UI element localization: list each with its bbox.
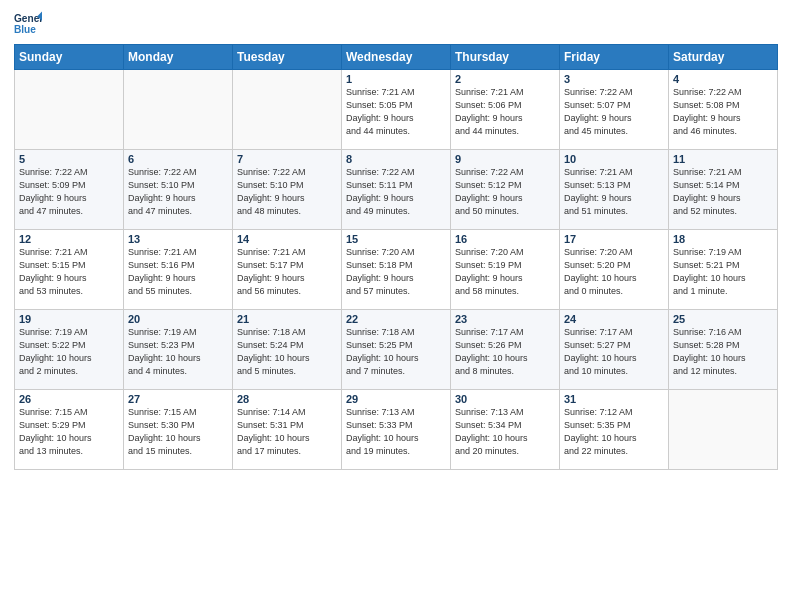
day-number: 28: [237, 393, 337, 405]
calendar-header: General Blue: [14, 10, 778, 38]
day-info: Sunrise: 7:22 AM Sunset: 5:11 PM Dayligh…: [346, 166, 446, 218]
day-info: Sunrise: 7:12 AM Sunset: 5:35 PM Dayligh…: [564, 406, 664, 458]
calendar-day-cell: 9Sunrise: 7:22 AM Sunset: 5:12 PM Daylig…: [451, 150, 560, 230]
day-info: Sunrise: 7:20 AM Sunset: 5:20 PM Dayligh…: [564, 246, 664, 298]
calendar-day-cell: 11Sunrise: 7:21 AM Sunset: 5:14 PM Dayli…: [669, 150, 778, 230]
day-info: Sunrise: 7:13 AM Sunset: 5:33 PM Dayligh…: [346, 406, 446, 458]
day-info: Sunrise: 7:20 AM Sunset: 5:18 PM Dayligh…: [346, 246, 446, 298]
day-info: Sunrise: 7:22 AM Sunset: 5:07 PM Dayligh…: [564, 86, 664, 138]
calendar-day-cell: 25Sunrise: 7:16 AM Sunset: 5:28 PM Dayli…: [669, 310, 778, 390]
empty-day-cell: [233, 70, 342, 150]
day-number: 20: [128, 313, 228, 325]
day-number: 24: [564, 313, 664, 325]
calendar-day-cell: 30Sunrise: 7:13 AM Sunset: 5:34 PM Dayli…: [451, 390, 560, 470]
logo: General Blue: [14, 10, 44, 38]
day-number: 7: [237, 153, 337, 165]
calendar-day-cell: 27Sunrise: 7:15 AM Sunset: 5:30 PM Dayli…: [124, 390, 233, 470]
day-info: Sunrise: 7:21 AM Sunset: 5:13 PM Dayligh…: [564, 166, 664, 218]
calendar-week-row: 19Sunrise: 7:19 AM Sunset: 5:22 PM Dayli…: [15, 310, 778, 390]
day-number: 4: [673, 73, 773, 85]
day-number: 14: [237, 233, 337, 245]
day-info: Sunrise: 7:15 AM Sunset: 5:30 PM Dayligh…: [128, 406, 228, 458]
calendar-day-cell: 7Sunrise: 7:22 AM Sunset: 5:10 PM Daylig…: [233, 150, 342, 230]
day-number: 9: [455, 153, 555, 165]
day-info: Sunrise: 7:21 AM Sunset: 5:16 PM Dayligh…: [128, 246, 228, 298]
calendar-day-cell: 23Sunrise: 7:17 AM Sunset: 5:26 PM Dayli…: [451, 310, 560, 390]
calendar-day-cell: 1Sunrise: 7:21 AM Sunset: 5:05 PM Daylig…: [342, 70, 451, 150]
weekday-header-sunday: Sunday: [15, 45, 124, 70]
day-number: 18: [673, 233, 773, 245]
day-number: 30: [455, 393, 555, 405]
day-info: Sunrise: 7:22 AM Sunset: 5:09 PM Dayligh…: [19, 166, 119, 218]
calendar-day-cell: 29Sunrise: 7:13 AM Sunset: 5:33 PM Dayli…: [342, 390, 451, 470]
day-info: Sunrise: 7:21 AM Sunset: 5:17 PM Dayligh…: [237, 246, 337, 298]
day-info: Sunrise: 7:17 AM Sunset: 5:26 PM Dayligh…: [455, 326, 555, 378]
day-info: Sunrise: 7:21 AM Sunset: 5:15 PM Dayligh…: [19, 246, 119, 298]
day-number: 10: [564, 153, 664, 165]
day-info: Sunrise: 7:18 AM Sunset: 5:24 PM Dayligh…: [237, 326, 337, 378]
day-number: 25: [673, 313, 773, 325]
weekday-header-row: SundayMondayTuesdayWednesdayThursdayFrid…: [15, 45, 778, 70]
calendar-day-cell: 24Sunrise: 7:17 AM Sunset: 5:27 PM Dayli…: [560, 310, 669, 390]
calendar-day-cell: 17Sunrise: 7:20 AM Sunset: 5:20 PM Dayli…: [560, 230, 669, 310]
calendar-day-cell: 26Sunrise: 7:15 AM Sunset: 5:29 PM Dayli…: [15, 390, 124, 470]
day-info: Sunrise: 7:19 AM Sunset: 5:22 PM Dayligh…: [19, 326, 119, 378]
day-number: 13: [128, 233, 228, 245]
calendar-day-cell: 28Sunrise: 7:14 AM Sunset: 5:31 PM Dayli…: [233, 390, 342, 470]
calendar-day-cell: 10Sunrise: 7:21 AM Sunset: 5:13 PM Dayli…: [560, 150, 669, 230]
day-info: Sunrise: 7:22 AM Sunset: 5:10 PM Dayligh…: [128, 166, 228, 218]
day-number: 12: [19, 233, 119, 245]
day-info: Sunrise: 7:21 AM Sunset: 5:14 PM Dayligh…: [673, 166, 773, 218]
day-number: 26: [19, 393, 119, 405]
calendar-day-cell: 6Sunrise: 7:22 AM Sunset: 5:10 PM Daylig…: [124, 150, 233, 230]
weekday-header-thursday: Thursday: [451, 45, 560, 70]
day-number: 21: [237, 313, 337, 325]
calendar-day-cell: 2Sunrise: 7:21 AM Sunset: 5:06 PM Daylig…: [451, 70, 560, 150]
calendar-week-row: 1Sunrise: 7:21 AM Sunset: 5:05 PM Daylig…: [15, 70, 778, 150]
day-info: Sunrise: 7:22 AM Sunset: 5:10 PM Dayligh…: [237, 166, 337, 218]
day-info: Sunrise: 7:16 AM Sunset: 5:28 PM Dayligh…: [673, 326, 773, 378]
svg-text:General: General: [14, 13, 42, 24]
calendar-day-cell: 15Sunrise: 7:20 AM Sunset: 5:18 PM Dayli…: [342, 230, 451, 310]
day-info: Sunrise: 7:17 AM Sunset: 5:27 PM Dayligh…: [564, 326, 664, 378]
day-info: Sunrise: 7:15 AM Sunset: 5:29 PM Dayligh…: [19, 406, 119, 458]
day-info: Sunrise: 7:19 AM Sunset: 5:21 PM Dayligh…: [673, 246, 773, 298]
calendar-week-row: 5Sunrise: 7:22 AM Sunset: 5:09 PM Daylig…: [15, 150, 778, 230]
calendar-day-cell: 19Sunrise: 7:19 AM Sunset: 5:22 PM Dayli…: [15, 310, 124, 390]
calendar-day-cell: 13Sunrise: 7:21 AM Sunset: 5:16 PM Dayli…: [124, 230, 233, 310]
calendar-day-cell: 22Sunrise: 7:18 AM Sunset: 5:25 PM Dayli…: [342, 310, 451, 390]
calendar-day-cell: 8Sunrise: 7:22 AM Sunset: 5:11 PM Daylig…: [342, 150, 451, 230]
day-info: Sunrise: 7:13 AM Sunset: 5:34 PM Dayligh…: [455, 406, 555, 458]
day-number: 5: [19, 153, 119, 165]
day-number: 16: [455, 233, 555, 245]
empty-day-cell: [15, 70, 124, 150]
day-number: 1: [346, 73, 446, 85]
day-number: 22: [346, 313, 446, 325]
calendar-day-cell: 16Sunrise: 7:20 AM Sunset: 5:19 PM Dayli…: [451, 230, 560, 310]
weekday-header-friday: Friday: [560, 45, 669, 70]
calendar-week-row: 26Sunrise: 7:15 AM Sunset: 5:29 PM Dayli…: [15, 390, 778, 470]
day-number: 17: [564, 233, 664, 245]
calendar-day-cell: 5Sunrise: 7:22 AM Sunset: 5:09 PM Daylig…: [15, 150, 124, 230]
day-number: 2: [455, 73, 555, 85]
calendar-day-cell: 4Sunrise: 7:22 AM Sunset: 5:08 PM Daylig…: [669, 70, 778, 150]
day-number: 23: [455, 313, 555, 325]
calendar-week-row: 12Sunrise: 7:21 AM Sunset: 5:15 PM Dayli…: [15, 230, 778, 310]
empty-day-cell: [124, 70, 233, 150]
calendar-day-cell: 3Sunrise: 7:22 AM Sunset: 5:07 PM Daylig…: [560, 70, 669, 150]
day-number: 19: [19, 313, 119, 325]
weekday-header-wednesday: Wednesday: [342, 45, 451, 70]
calendar-table: SundayMondayTuesdayWednesdayThursdayFrid…: [14, 44, 778, 470]
weekday-header-monday: Monday: [124, 45, 233, 70]
calendar-day-cell: 12Sunrise: 7:21 AM Sunset: 5:15 PM Dayli…: [15, 230, 124, 310]
day-number: 11: [673, 153, 773, 165]
day-info: Sunrise: 7:18 AM Sunset: 5:25 PM Dayligh…: [346, 326, 446, 378]
day-info: Sunrise: 7:22 AM Sunset: 5:12 PM Dayligh…: [455, 166, 555, 218]
day-info: Sunrise: 7:22 AM Sunset: 5:08 PM Dayligh…: [673, 86, 773, 138]
day-number: 27: [128, 393, 228, 405]
svg-text:Blue: Blue: [14, 24, 36, 35]
calendar-day-cell: 14Sunrise: 7:21 AM Sunset: 5:17 PM Dayli…: [233, 230, 342, 310]
day-info: Sunrise: 7:21 AM Sunset: 5:05 PM Dayligh…: [346, 86, 446, 138]
logo-icon: General Blue: [14, 10, 42, 38]
calendar-container: General Blue SundayMondayTuesdayWednesda…: [0, 0, 792, 476]
